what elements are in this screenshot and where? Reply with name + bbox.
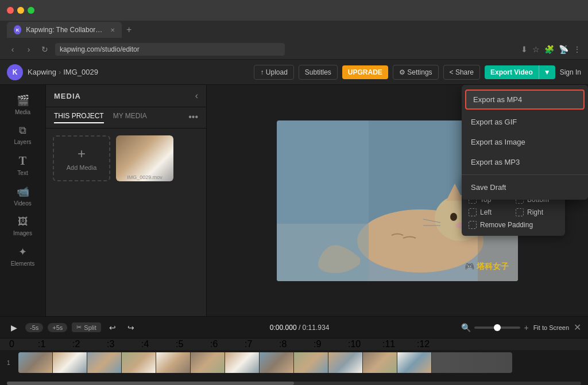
cast-icon[interactable]: 📡 <box>559 45 568 54</box>
time-separator: / <box>299 324 300 332</box>
export-dropdown-arrow[interactable]: ▼ <box>539 65 555 79</box>
traffic-lights <box>7 7 34 14</box>
back-button[interactable]: ‹ <box>7 45 18 54</box>
svg-rect-13 <box>277 120 369 281</box>
timeline-close-button[interactable]: ✕ <box>574 322 581 333</box>
media-panel-close-button[interactable]: ‹ <box>195 91 198 101</box>
track-frame <box>328 352 363 373</box>
export-gif-item[interactable]: Export as GIF <box>462 112 588 132</box>
skip-forward-button[interactable]: +5s <box>48 323 67 332</box>
settings-button[interactable]: ⚙ Settings <box>393 65 439 80</box>
track-frame <box>191 352 225 373</box>
minimize-traffic-light[interactable] <box>17 7 24 14</box>
tab-my-media[interactable]: MY MEDIA <box>113 112 147 123</box>
sidebar-item-text[interactable]: T Text <box>3 150 43 181</box>
current-time: 0:00.000 <box>270 324 297 332</box>
save-draft-label: Save Draft <box>471 183 506 192</box>
timeline-zoom: 🔍 + <box>461 323 528 332</box>
track-frame <box>397 352 432 373</box>
save-draft-item[interactable]: Save Draft <box>462 177 588 197</box>
sidebar-item-videos[interactable]: 📹 Videos <box>3 181 43 211</box>
split-button[interactable]: ✂ Split <box>72 322 100 332</box>
main-area: 🎬 Media ⧉ Layers T Text 📹 Videos 🖼 Image… <box>0 85 588 316</box>
track-row: 1 <box>7 352 581 373</box>
export-mp4-item[interactable]: Export as MP4 <box>465 90 585 110</box>
skip-back-button[interactable]: -5s <box>25 323 43 332</box>
zoom-out-icon[interactable]: 🔍 <box>461 323 471 332</box>
upload-button[interactable]: ↑ Upload <box>254 65 293 80</box>
export-image-item[interactable]: Export as Image <box>462 132 588 152</box>
scissors-icon: ✂ <box>76 324 82 331</box>
zoom-slider[interactable] <box>474 326 520 329</box>
breadcrumb: Kapwing › IMG_0029 <box>28 68 98 76</box>
header-actions: ↑ Upload Subtitles UPGRADE ⚙ Settings < … <box>254 65 581 80</box>
track-frame <box>156 352 191 373</box>
zoom-in-icon[interactable]: + <box>524 323 528 332</box>
padding-right-checkbox[interactable] <box>516 208 524 216</box>
browser-tab[interactable]: K Kapwing: The Collaborative O... ✕ <box>7 22 122 38</box>
tab-close-icon[interactable]: ✕ <box>110 27 115 33</box>
ruler-mark-10: :10 <box>348 339 361 349</box>
dropdown-divider <box>462 174 588 175</box>
add-media-label: Add Media <box>67 164 97 171</box>
extensions-icon[interactable]: 🧩 <box>544 45 554 54</box>
redo-button[interactable]: ↪ <box>124 321 138 335</box>
share-button[interactable]: < Share <box>443 65 480 80</box>
fullscreen-traffic-light[interactable] <box>28 7 34 14</box>
app-logo: K <box>7 64 23 80</box>
split-label: Split <box>84 324 96 331</box>
undo-button[interactable]: ↩ <box>106 321 119 335</box>
close-traffic-light[interactable] <box>7 7 14 14</box>
padding-right-option[interactable]: Right <box>516 208 558 216</box>
tab-title: Kapwing: The Collaborative O... <box>26 26 106 34</box>
video-track[interactable] <box>18 352 512 373</box>
refresh-button[interactable]: ↻ <box>39 45 51 54</box>
padding-left-option[interactable]: Left <box>469 208 511 216</box>
sidebar-item-media[interactable]: 🎬 Media <box>3 90 43 120</box>
track-frame <box>294 352 328 373</box>
timeline-scrollbar-thumb[interactable] <box>7 382 294 385</box>
media-panel-title: MEDIA <box>54 92 81 100</box>
export-dropdown-menu: Export as MP4 Export as GIF Export as Im… <box>462 85 588 200</box>
project-name[interactable]: IMG_0029 <box>63 68 98 76</box>
menu-icon[interactable]: ⋮ <box>573 45 581 54</box>
media-thumbnail[interactable]: IMG_0029.mov <box>116 135 173 181</box>
brand-name[interactable]: Kapwing <box>28 68 56 76</box>
export-gif-label: Export as GIF <box>471 118 517 126</box>
play-button[interactable]: ▶ <box>7 321 21 335</box>
upgrade-button[interactable]: UPGRADE <box>342 65 388 79</box>
padding-left-checkbox[interactable] <box>469 208 477 216</box>
fit-screen-button[interactable]: Fit to Screen <box>533 324 569 331</box>
download-icon[interactable]: ⬇ <box>521 45 528 54</box>
signin-button[interactable]: Sign In <box>560 68 581 76</box>
url-input[interactable] <box>55 43 285 56</box>
forward-button[interactable]: › <box>23 45 34 54</box>
remove-padding-option[interactable]: Remove Padding <box>469 221 558 229</box>
subtitles-button[interactable]: Subtitles <box>299 65 338 80</box>
remove-padding-checkbox[interactable] <box>469 221 477 229</box>
timeline-track[interactable]: 1 <box>0 350 588 385</box>
app: K Kapwing › IMG_0029 ↑ Upload Subtitles … <box>0 60 588 385</box>
layers-icon: ⧉ <box>19 125 26 137</box>
logo-area: K <box>7 64 23 80</box>
elements-icon: ✦ <box>18 246 27 258</box>
media-filename: IMG_0029.mov <box>116 174 173 180</box>
ruler-mark-2: :2 <box>72 339 80 349</box>
sidebar-item-images[interactable]: 🖼 Images <box>3 211 43 241</box>
tab-this-project[interactable]: THIS PROJECT <box>54 112 104 123</box>
export-mp4-label: Export as MP4 <box>473 95 522 104</box>
sidebar-media-label: Media <box>15 109 30 115</box>
ruler-mark-12: :12 <box>417 339 430 349</box>
export-mp3-item[interactable]: Export as MP3 <box>462 152 588 172</box>
media-more-icon[interactable]: ••• <box>188 112 198 123</box>
sidebar-item-layers[interactable]: ⧉ Layers <box>3 120 43 150</box>
bookmark-icon[interactable]: ☆ <box>532 45 540 54</box>
track-frame <box>18 352 53 373</box>
media-panel: MEDIA ‹ THIS PROJECT MY MEDIA ••• + Add … <box>46 85 207 316</box>
media-content: + Add Media IMG_0029.mov <box>46 129 206 188</box>
add-media-button[interactable]: + Add Media <box>53 135 110 181</box>
new-tab-button[interactable]: + <box>126 25 131 35</box>
export-video-button[interactable]: Export Video <box>485 65 539 79</box>
sidebar-item-elements[interactable]: ✦ Elements <box>3 241 43 271</box>
timeline-scrollbar[interactable] <box>7 382 581 385</box>
